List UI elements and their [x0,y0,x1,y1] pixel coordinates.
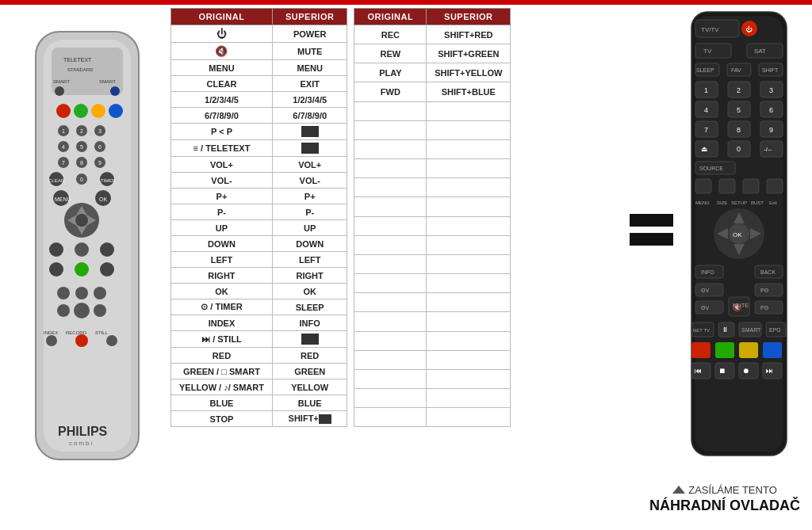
right-table-row [354,331,511,350]
left-table-row: UPUP [171,220,347,236]
svg-text:⏭: ⏭ [766,367,773,375]
svg-rect-112 [767,179,783,193]
left-table-superior-cell [272,140,347,157]
chevron-up-icon [672,486,685,494]
left-table-row: P+P+ [171,189,347,204]
right-table-superior-cell [427,350,511,369]
right-table-superior-cell [427,254,511,273]
left-table-row: P < P [171,124,347,140]
left-table-original-cell: YELLOW / ♪/ SMART [171,379,273,395]
left-table-row: YELLOW / ♪/ SMARTYELLOW [171,379,347,395]
right-table-superior-cell [427,312,511,331]
left-table-original-cell: MENU [171,60,273,76]
right-table-superior-cell [427,159,511,178]
left-table-row: CLEAREXIT [171,76,347,92]
svg-rect-133 [695,301,723,314]
svg-point-53 [57,287,70,299]
svg-text:-/--: -/-- [764,146,772,153]
right-table-row: RECSHIFT+RED [354,25,511,44]
left-table-row: VOL+VOL+ [171,157,347,173]
left-table-row: MENUMENU [171,60,347,76]
left-table-original-cell: UP [171,220,273,236]
right-table-row [354,293,511,312]
right-table-superior-cell: SHIFT+YELLOW [427,63,511,82]
svg-text:PΘ: PΘ [760,288,769,293]
svg-point-12 [109,104,123,118]
svg-point-52 [100,262,114,276]
right-table-superior-cell [427,408,511,427]
right-table-header-superior: SUPERIOR [427,9,511,25]
svg-text:6: 6 [98,144,102,150]
right-table-superior-cell [427,235,511,254]
right-table-original-cell [354,350,427,369]
svg-text:⏹: ⏹ [718,367,726,375]
svg-text:OK: OK [99,196,107,202]
right-table-original-cell [354,293,427,312]
svg-rect-131 [755,284,783,296]
left-table-original-cell: ⏻ [171,25,273,43]
right-table-row [354,101,511,120]
left-table-header-superior: SUPERIOR [272,9,347,25]
left-table-row: DOWNDOWN [171,236,347,252]
left-table-row: ⏻POWER [171,25,347,43]
svg-point-62 [46,335,57,346]
left-table-row: INDEXINFO [171,315,347,331]
left-table-row: BLUEBLUE [171,395,347,411]
nahradni-ovladac-label: NÁHRADNÍ OVLADAČ [649,498,800,514]
left-table-row: GREEN / □ SMARTGREEN [171,364,347,379]
left-table-row: VOL-VOL- [171,173,347,189]
left-table-superior-cell: MUTE [272,43,347,60]
right-table-row [354,388,511,407]
svg-text:PΘ: PΘ [760,305,769,311]
left-table-superior-cell: GREEN [272,364,347,379]
svg-text:TIMER: TIMER [101,178,116,183]
svg-text:TELETEXT: TELETEXT [63,57,92,63]
left-table-original-cell: STOP [171,411,273,427]
left-table-row: RIGHTRIGHT [171,268,347,284]
svg-text:ΘV: ΘV [701,288,709,293]
right-comparison-table: ORIGINAL SUPERIOR RECSHIFT+REDREWSHIFT+G… [354,8,511,427]
left-table-superior-cell [272,124,347,140]
svg-point-51 [75,262,89,276]
svg-point-56 [57,304,70,317]
left-table-original-cell: P < P [171,124,273,140]
left-table-superior-cell: SHIFT+ [272,411,347,427]
top-border [0,0,812,5]
svg-text:SMART: SMART [99,79,116,84]
left-table-superior-cell: BLUE [272,395,347,411]
left-table-original-cell: P+ [171,189,273,204]
left-table-superior-cell: RED [272,348,347,364]
right-remote-container: TV/TV ⏻ TV SAT SLEEP FAV SHIFT 1 2 3 4 5… [673,8,804,515]
svg-text:CLEAR: CLEAR [48,178,65,183]
svg-text:ΘV: ΘV [701,305,709,311]
svg-text:5: 5 [737,106,741,114]
right-table-original-cell [354,369,427,388]
svg-text:9: 9 [769,126,773,134]
left-table-superior-cell: MENU [272,60,347,76]
right-table-row: REWSHIFT+GREEN [354,44,511,63]
right-table-original-cell [354,388,427,407]
svg-text:SMART: SMART [741,327,761,333]
svg-text:SETUP: SETUP [731,200,747,205]
right-table-superior-cell [427,293,511,312]
svg-rect-111 [743,179,759,193]
svg-point-49 [100,242,114,257]
svg-text:5: 5 [80,144,83,150]
svg-text:2: 2 [80,128,83,134]
left-table-row: 6/7/8/9/06/7/8/9/0 [171,108,347,124]
svg-text:4: 4 [704,106,708,114]
svg-text:SAT: SAT [754,48,766,55]
svg-rect-110 [719,179,735,193]
left-table-superior-cell: DOWN [272,236,347,252]
right-table-original-cell [354,331,427,350]
right-table-row [354,274,511,293]
svg-text:BUST: BUST [751,200,764,205]
right-table-original-cell [354,216,427,235]
left-table-original-cell: VOL- [171,173,273,189]
right-table-original-cell [354,101,427,120]
svg-text:RECORD: RECORD [66,330,87,335]
svg-point-7 [55,86,64,96]
right-table-original-cell: FWD [354,82,427,101]
right-table-superior-cell: SHIFT+BLUE [427,82,511,101]
left-table-original-cell: GREEN / □ SMART [171,364,273,379]
